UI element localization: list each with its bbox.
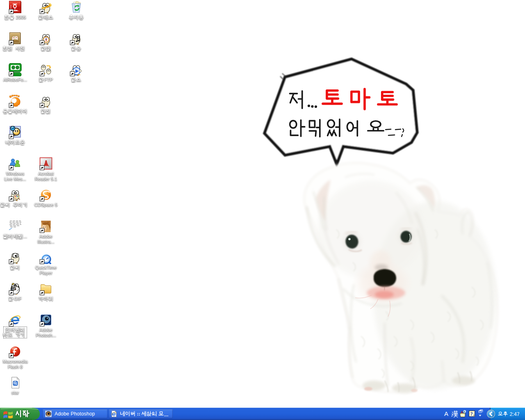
- svg-text:?: ?: [470, 411, 472, 417]
- svg-text:A: A: [444, 410, 448, 417]
- svg-text:2:47: 2:47: [510, 411, 520, 417]
